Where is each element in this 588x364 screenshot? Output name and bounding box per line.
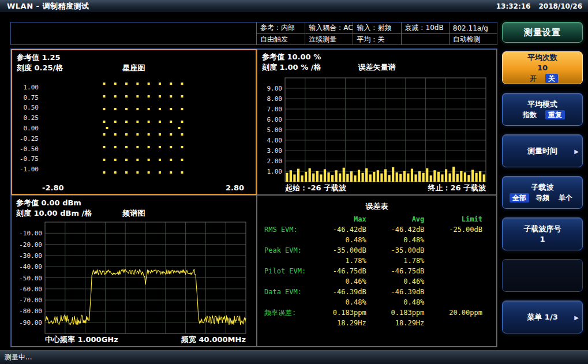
- svg-text:-10.00: -10.00: [19, 230, 42, 237]
- svg-text:0.75: 0.75: [24, 94, 39, 102]
- subcarrier-end-label: 终止：26 子载波: [428, 183, 486, 193]
- config-cell: 自动检测: [449, 33, 497, 44]
- content-area: 参考：内部输入耦合：AC输入：射频衰减：10dB802.11a/g自由触发连续测…: [0, 13, 588, 350]
- title-bar: WLAN - 调制精度测试 13:32:16 2018/10/26: [0, 0, 588, 13]
- svg-text:8.00: 8.00: [267, 95, 283, 103]
- svg-text:-90.00: -90.00: [19, 319, 42, 327]
- config-cell: 连续测量: [305, 33, 353, 44]
- svg-text:-40.00: -40.00: [19, 263, 42, 271]
- svg-text:-0.50: -0.50: [20, 145, 39, 153]
- config-grid: 参考：内部输入耦合：AC输入：射频衰减：10dB802.11a/g自由触发连续测…: [257, 22, 497, 44]
- constellation-x-axis: -2.80 2.80: [17, 182, 251, 193]
- evm-x-axis: 起始：-26 子载波 终止：26 子载波: [262, 183, 492, 193]
- constellation-head: 参考值 1.25 刻度 0.25/格 星座图: [17, 52, 251, 74]
- svg-text:1.00: 1.00: [24, 84, 39, 91]
- config-cell: 802.11a/g: [449, 22, 497, 33]
- ref-value-label: 参考值 1.25: [17, 52, 251, 63]
- svg-text:-0.75: -0.75: [20, 155, 39, 163]
- error-row: 频率误差:0.183ppm0.183ppm20.00ppm: [262, 307, 492, 318]
- config-blank-cell: [11, 22, 257, 44]
- window-title: WLAN - 调制精度测试: [7, 1, 89, 12]
- softkey-label: 平均模式: [527, 100, 557, 109]
- option-off[interactable]: 关: [545, 74, 558, 83]
- spectrum-panel[interactable]: 参考值 0.00 dBm 刻度 10.00 dBm /格 频谱图 -10.00-…: [11, 195, 257, 347]
- error-row: 0.48%0.48%: [262, 297, 492, 307]
- panel-title: 星座图: [123, 63, 145, 73]
- softkey-label: 菜单 1/3: [527, 313, 557, 322]
- softkey-subcarrier[interactable]: 子载波 全部 导频 单个: [502, 176, 583, 209]
- span-label: 频宽 40.000MHz: [181, 335, 246, 345]
- ref-value-label: 参考值 0.00 dBm: [16, 198, 252, 208]
- error-row: 0.48%0.48%: [262, 235, 492, 245]
- svg-text:3.00: 3.00: [267, 147, 283, 155]
- clock-time: 13:32:16: [496, 2, 531, 10]
- svg-text:-20.00: -20.00: [19, 241, 42, 249]
- config-cell: [401, 33, 449, 44]
- spectrum-plot: -10.00-20.00-30.00-40.00-50.00-60.00-70.…: [16, 219, 252, 335]
- softkey-column: 测量设置 平均次数 10 开 关 平均模式 指数 重复 测量时间 ▶: [502, 22, 583, 347]
- x-max-label: 2.80: [226, 183, 244, 192]
- config-cell: 参考：内部: [257, 22, 305, 33]
- col-avg: Avg: [376, 214, 434, 224]
- option-exponential[interactable]: 指数: [520, 110, 540, 119]
- error-row: RMS EVM:-46.42dB-46.42dB-25.00dB: [262, 224, 492, 235]
- softkey-label: 测量时间: [527, 147, 557, 156]
- svg-text:-80.00: -80.00: [19, 307, 42, 315]
- softkey-value: 1: [540, 235, 545, 244]
- softkey-average-count[interactable]: 平均次数 10 开 关: [502, 51, 583, 84]
- svg-text:-1.00: -1.00: [20, 166, 39, 173]
- option-single[interactable]: 单个: [556, 193, 575, 202]
- submenu-arrow-icon: ▶: [574, 148, 579, 154]
- error-table-header: Max Avg Limit: [262, 214, 492, 224]
- center-frequency-label: 中心频率 1.000GHz: [45, 335, 118, 345]
- evm-spectrum-plot: 9.008.007.006.005.004.003.002.001.00: [262, 73, 492, 183]
- evm-spectrum-head: 参考值 10.00 % 刻度 1.00 % /格 误差矢量谱: [262, 52, 492, 73]
- softkey-label: 子载波: [531, 183, 554, 192]
- constellation-panel[interactable]: 参考值 1.25 刻度 0.25/格 星座图 1.000.750.500.250…: [11, 49, 257, 195]
- main-block: 参考：内部输入耦合：AC输入：射频衰减：10dB802.11a/g自由触发连续测…: [10, 22, 497, 347]
- svg-text:0.00: 0.00: [24, 125, 39, 132]
- svg-text:0.25: 0.25: [24, 114, 39, 122]
- config-cell: 平均：关: [353, 33, 400, 44]
- option-on[interactable]: 开: [527, 74, 540, 83]
- softkey-measure-settings[interactable]: 测量设置: [502, 22, 583, 43]
- config-cell: 输入耦合：AC: [305, 22, 353, 33]
- error-row: 18.29Hz18.29Hz: [262, 318, 492, 328]
- error-row: Peak EVM:-35.00dB-35.00dB: [262, 245, 492, 256]
- svg-text:1.00: 1.00: [267, 168, 283, 175]
- col-max: Max: [317, 214, 376, 224]
- softkey-average-mode[interactable]: 平均模式 指数 重复: [502, 93, 583, 126]
- softkey-options: 全部 导频 单个: [510, 193, 575, 202]
- config-cell: 衰减：10dB: [401, 22, 449, 33]
- panel-title: 频谱图: [123, 208, 145, 219]
- svg-text:2.00: 2.00: [267, 157, 283, 165]
- svg-text:-30.00: -30.00: [19, 252, 42, 260]
- softkey-subcarrier-index[interactable]: 子载波序号 1: [502, 217, 583, 250]
- svg-text:6.00: 6.00: [267, 116, 283, 123]
- status-bar: 测量中...: [0, 350, 588, 364]
- softkey-value: 10: [537, 63, 548, 73]
- evm-spectrum-panel[interactable]: 参考值 10.00 % 刻度 1.00 % /格 误差矢量谱 9.008.007…: [257, 49, 497, 195]
- softkey-options: 开 关: [527, 74, 558, 83]
- svg-text:5.00: 5.00: [267, 126, 283, 134]
- softkey-measure-time[interactable]: 测量时间 ▶: [502, 134, 583, 167]
- softkey-menu-page[interactable]: 菜单 1/3 ▶: [502, 301, 583, 333]
- option-pilot[interactable]: 导频: [533, 193, 552, 202]
- spectrum-head: 参考值 0.00 dBm 刻度 10.00 dBm /格 频谱图: [16, 198, 252, 219]
- error-table-panel[interactable]: 误差表 Max Avg Limit RMS EVM:-46.42dB-46.42…: [257, 195, 497, 347]
- error-row: Pilot EVM:-46.75dB-46.75dB: [262, 266, 492, 276]
- svg-text:9.00: 9.00: [267, 85, 283, 92]
- config-strip: 参考：内部输入耦合：AC输入：射频衰减：10dB802.11a/g自由触发连续测…: [10, 22, 497, 45]
- spectrum-x-axis: 中心频率 1.000GHz 频宽 40.000MHz: [16, 335, 252, 345]
- constellation-plot: 1.000.750.500.250.00-0.25-0.50-0.75-1.00: [17, 74, 251, 182]
- option-all[interactable]: 全部: [510, 193, 529, 202]
- softkey-blank[interactable]: [502, 259, 583, 292]
- softkey-options: 指数 重复: [520, 110, 565, 119]
- svg-text:0.50: 0.50: [24, 104, 39, 111]
- svg-text:-60.00: -60.00: [19, 286, 42, 293]
- clock-date: 2018/10/26: [538, 2, 582, 10]
- error-row: 1.78%1.78%: [262, 256, 492, 266]
- analyzer-screen: WLAN - 调制精度测试 13:32:16 2018/10/26 参考：内部输…: [0, 0, 588, 364]
- option-repeat[interactable]: 重复: [545, 110, 565, 119]
- clock: 13:32:16 2018/10/26: [496, 2, 582, 10]
